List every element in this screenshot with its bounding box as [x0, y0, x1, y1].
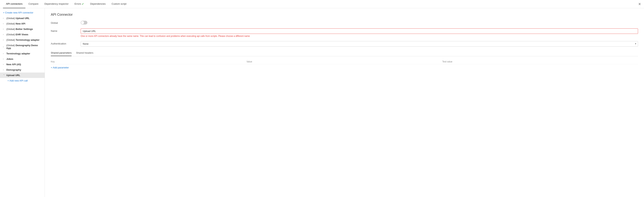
sidebar-item-label: (Global) New API — [6, 22, 25, 25]
auth-select[interactable]: None Basic Bearer OAuth2 — [81, 41, 638, 47]
sidebar-item-jokes[interactable]: › Jokes — [0, 56, 45, 62]
main-layout: + Create new API connector › (Global) Up… — [0, 8, 644, 197]
sidebar-item-global-new-api[interactable]: › (Global) New API — [0, 21, 45, 26]
sidebar-item-global-ehr-views[interactable]: › (Global) EHR Views — [0, 32, 45, 37]
auth-row: Authentication None Basic Bearer OAuth2 … — [51, 41, 638, 47]
tab-dependency-inspector[interactable]: Dependency inspector — [42, 0, 72, 8]
tab-api-connectors[interactable]: API connectors — [3, 0, 26, 8]
sidebar-item-label: Terminology adapter — [6, 52, 30, 55]
sidebar-item-label: (Global) Better Settings — [6, 28, 33, 31]
sidebar-item-terminology-adapter[interactable]: › Terminology adapter — [0, 51, 45, 56]
sidebar-item-label: (Global) Demography Demo App — [6, 44, 42, 50]
create-api-connector-link[interactable]: + Create new API connector — [0, 10, 45, 16]
tab-errors[interactable]: Errors ✔ — [72, 0, 87, 8]
chevron-icon: › — [3, 34, 5, 36]
name-label: Name — [51, 28, 81, 32]
chevron-icon: › — [3, 53, 5, 55]
sidebar-item-global-demography-demo[interactable]: › (Global) Demography Demo App — [0, 43, 45, 51]
sidebar-item-label: (Global) Terminology adapter — [6, 39, 40, 41]
sidebar-item-global-better-settings[interactable]: › (Global) Better Settings — [0, 26, 45, 32]
column-test-value: Test value — [442, 60, 638, 63]
sidebar-item-new-api-43[interactable]: › New API (43) — [0, 62, 45, 67]
sidebar: + Create new API connector › (Global) Up… — [0, 8, 45, 197]
tab-dependencies[interactable]: Dependencies — [87, 0, 108, 8]
nav-tabs: API connectors Compare Dependency inspec… — [3, 0, 130, 8]
chevron-open-icon: › — [3, 74, 5, 76]
tab-shared-parameters[interactable]: Shared parameters — [51, 50, 72, 56]
sidebar-item-label: Upload URL — [6, 74, 20, 77]
name-input[interactable] — [81, 28, 638, 34]
sidebar-item-global-terminology-adapter[interactable]: › (Global) Terminology adapter — [0, 37, 45, 43]
check-icon: ✔ — [82, 3, 84, 6]
sidebar-item-label: Demography — [6, 68, 21, 71]
chevron-icon: › — [3, 63, 5, 65]
chevron-icon: › — [3, 17, 5, 19]
auth-label: Authentication — [51, 41, 81, 45]
chevron-icon: › — [3, 39, 5, 41]
sidebar-item-upload-url[interactable]: › Upload URL — [0, 73, 45, 78]
chevron-icon: › — [3, 69, 5, 71]
params-header: Key Value Test value — [51, 59, 638, 64]
global-toggle[interactable] — [81, 21, 88, 25]
errors-label: Errors — [74, 3, 81, 5]
sidebar-item-global-upload-url[interactable]: › (Global) Upload URL — [0, 16, 45, 21]
chevron-icon: › — [3, 58, 5, 60]
column-value: Value — [246, 60, 442, 63]
inner-tabs: Shared parameters Shared headers — [51, 50, 638, 56]
global-toggle-wrap — [81, 20, 88, 25]
chevron-icon: › — [3, 46, 5, 48]
name-error-message: One or more API connectors already have … — [81, 35, 638, 38]
chevron-icon: › — [3, 28, 5, 30]
section-title: API Connector — [51, 13, 638, 17]
sidebar-item-demography[interactable]: › Demography — [0, 67, 45, 73]
close-button[interactable]: ✕ — [638, 3, 641, 6]
top-nav: API connectors Compare Dependency inspec… — [0, 0, 644, 8]
column-key: Key — [51, 60, 246, 63]
chevron-icon: › — [3, 23, 5, 25]
sidebar-item-label: Jokes — [6, 58, 13, 60]
add-parameter-link[interactable]: + Add parameter — [51, 66, 69, 69]
global-row: Global — [51, 20, 638, 25]
sidebar-item-label: (Global) EHR Views — [6, 33, 28, 36]
tab-custom-script[interactable]: Custom script — [109, 0, 130, 8]
tab-compare[interactable]: Compare — [26, 0, 41, 8]
name-input-wrap: One or more API connectors already have … — [81, 28, 638, 38]
global-label: Global — [51, 20, 81, 24]
name-row: Name One or more API connectors already … — [51, 28, 638, 38]
main-content: API Connector Global Name One or more AP… — [45, 8, 644, 197]
sidebar-add-api-call[interactable]: + Add new API call — [0, 78, 45, 83]
sidebar-item-label: New API (43) — [6, 63, 21, 66]
sidebar-item-label: (Global) Upload URL — [6, 17, 30, 20]
auth-select-wrap: None Basic Bearer OAuth2 ▾ — [81, 41, 638, 47]
tab-shared-headers[interactable]: Shared headers — [76, 50, 94, 56]
